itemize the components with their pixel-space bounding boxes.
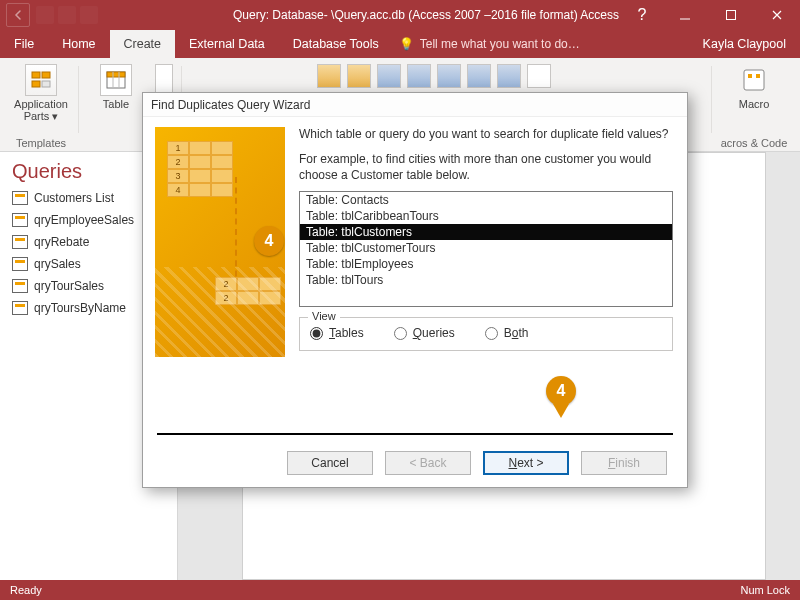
listbox-option[interactable]: Table: tblEmployees (300, 256, 672, 272)
nav-item-label: qrySales (34, 257, 81, 271)
ribbon-small-button[interactable] (437, 64, 461, 88)
radio-both[interactable]: Both (485, 326, 529, 340)
tab-external-data[interactable]: External Data (175, 30, 279, 58)
nav-item-label: qryToursByName (34, 301, 126, 315)
tab-create[interactable]: Create (110, 30, 176, 58)
query-icon (12, 257, 28, 271)
callout-badge: 4 (546, 376, 576, 406)
svg-rect-3 (32, 81, 40, 87)
listbox-option[interactable]: Table: tblCustomerTours (300, 240, 672, 256)
maximize-button[interactable] (708, 0, 754, 30)
ribbon-small-button[interactable] (317, 64, 341, 88)
view-group: View Tables Queries Both (299, 317, 673, 351)
radio-tables-input[interactable] (310, 327, 323, 340)
wizard-dialog: Find Duplicates Query Wizard 1234 22 Whi… (142, 92, 688, 488)
query-icon (12, 235, 28, 249)
group-macros-label: acros & Code (720, 135, 788, 151)
ribbon-small-button[interactable] (377, 64, 401, 88)
svg-rect-9 (744, 70, 764, 90)
nav-item-label: qryEmployeeSales (34, 213, 134, 227)
tab-file[interactable]: File (0, 30, 48, 58)
status-right: Num Lock (740, 584, 790, 596)
group-templates-label: Templates (12, 135, 70, 151)
application-parts-label: Application Parts ▾ (14, 98, 68, 122)
status-left: Ready (10, 584, 42, 596)
table-listbox[interactable]: Table: ContactsTable: tblCaribbeanToursT… (299, 191, 673, 307)
window-title: Query: Database- \Query.acc.db (Access 2… (230, 8, 622, 22)
nav-item-label: qryRebate (34, 235, 89, 249)
ribbon-group-macros: Macro acros & Code (714, 62, 794, 151)
listbox-option[interactable]: Table: tblCaribbeanTours (300, 208, 672, 224)
ribbon-small-button[interactable] (497, 64, 521, 88)
radio-queries-input[interactable] (394, 327, 407, 340)
tab-home[interactable]: Home (48, 30, 109, 58)
back-button[interactable] (6, 3, 30, 27)
macro-button[interactable]: Macro (731, 64, 777, 110)
status-bar: Ready Num Lock (0, 580, 800, 600)
ribbon-small-button[interactable] (467, 64, 491, 88)
tell-me[interactable]: 💡 Tell me what you want to do… (399, 30, 580, 58)
finish-button: Finish (581, 451, 667, 475)
cancel-button[interactable]: Cancel (287, 451, 373, 475)
radio-queries[interactable]: Queries (394, 326, 455, 340)
ribbon-group-templates: Application Parts ▾ Templates (6, 62, 76, 151)
query-icon (12, 191, 28, 205)
ribbon-small-button[interactable] (347, 64, 371, 88)
tell-me-label: Tell me what you want to do… (420, 37, 580, 51)
wizard-question: Which table or query do you want to sear… (299, 127, 673, 141)
ribbon-small-button[interactable] (527, 64, 551, 88)
close-button[interactable] (754, 0, 800, 30)
svg-rect-4 (42, 81, 50, 87)
listbox-option[interactable]: Table: Contacts (300, 192, 672, 208)
callout-badge: 4 (254, 226, 284, 256)
nav-item-label: Customers List (34, 191, 114, 205)
back-button: < Back (385, 451, 471, 475)
tab-database-tools[interactable]: Database Tools (279, 30, 393, 58)
query-icon (12, 213, 28, 227)
macro-label: Macro (739, 98, 770, 110)
wizard-example: For example, to find cities with more th… (299, 151, 673, 183)
svg-rect-2 (42, 72, 50, 78)
query-icon (12, 301, 28, 315)
radio-both-input[interactable] (485, 327, 498, 340)
listbox-option[interactable]: Table: tblTours (300, 272, 672, 288)
ribbon-small-button[interactable] (407, 64, 431, 88)
signed-in-user[interactable]: Kayla Claypool (689, 30, 800, 58)
svg-rect-0 (727, 11, 736, 20)
lightbulb-icon: 💡 (399, 37, 414, 51)
radio-tables[interactable]: Tables (310, 326, 364, 340)
help-button[interactable]: ? (622, 6, 662, 24)
table-label: Table (103, 98, 129, 110)
table-button[interactable]: Table (87, 64, 145, 110)
svg-rect-6 (107, 72, 125, 77)
ribbon-tabs: File Home Create External Data Database … (0, 30, 800, 58)
window-titlebar: Query: Database- \Query.acc.db (Access 2… (0, 0, 800, 30)
svg-rect-1 (32, 72, 40, 78)
minimize-button[interactable] (662, 0, 708, 30)
view-legend: View (308, 310, 340, 322)
dialog-title: Find Duplicates Query Wizard (143, 93, 687, 117)
listbox-option[interactable]: Table: tblCustomers (300, 224, 672, 240)
nav-item-label: qryTourSales (34, 279, 104, 293)
next-button[interactable]: Next > (483, 451, 569, 475)
quick-access-toolbar (36, 6, 98, 24)
query-icon (12, 279, 28, 293)
application-parts-button[interactable]: Application Parts ▾ (12, 64, 70, 122)
